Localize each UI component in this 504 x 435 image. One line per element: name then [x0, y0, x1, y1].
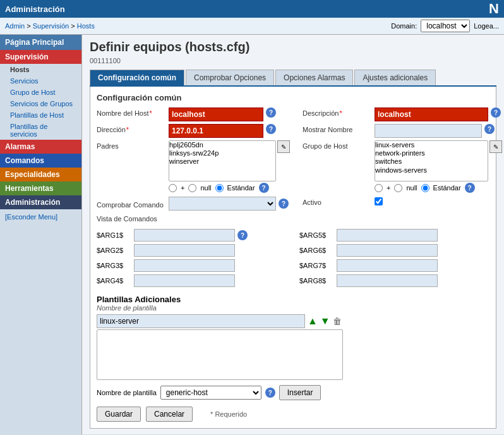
sidebar-section-administracion[interactable]: Administración [0, 195, 81, 209]
tab-comprobar-opciones[interactable]: Comprobar Opciones [186, 70, 274, 85]
insertar-button[interactable]: Insertar [279, 385, 321, 400]
show-name-input[interactable] [375, 124, 482, 138]
show-name-label: Mostrar Nombre [303, 124, 372, 133]
vista-row: Vista de Comandos [97, 213, 290, 223]
action-bar: Guardar Cancelar * Requerido [97, 407, 489, 422]
address-input[interactable] [169, 124, 263, 138]
right-column: Descripción ? Mostrar Nombre ? Grupo de … [303, 107, 502, 206]
plantillas-sublabel: Nombre de plantilla [97, 304, 489, 312]
sidebar-item-servicios[interactable]: Servicios [0, 75, 81, 87]
group-host-edit-btn[interactable]: ✎ [489, 140, 502, 153]
sidebar-section-herramientas[interactable]: Herramientas [0, 181, 81, 195]
group-radio-null[interactable] [394, 184, 402, 192]
sidebar-item-grupo-host[interactable]: Grupo de Host [0, 87, 81, 98]
guardar-button[interactable]: Guardar [97, 407, 141, 422]
padres-radio-plus[interactable] [169, 184, 177, 192]
sidebar-item-plantillas-servicios[interactable]: Plantillas de servicios [0, 121, 81, 140]
description-help[interactable]: ? [491, 107, 501, 118]
breadcrumb-hosts[interactable]: Hosts [77, 22, 95, 30]
sidebar-item-servicios-grupos[interactable]: Servicios de Grupos [0, 98, 81, 109]
tab-ajustes-adicionales[interactable]: Ajustes adicionales [354, 70, 436, 85]
arg1-row: $ARG1$ ? [97, 229, 287, 242]
app-title: Administración [5, 4, 65, 14]
address-help-icon[interactable]: ? [266, 124, 276, 134]
hostname-help-icon[interactable]: ? [266, 107, 276, 118]
record-id: 00111100 [90, 57, 496, 64]
plantillas-up-btn[interactable]: ▲ [308, 316, 318, 327]
plantillas-down-btn[interactable]: ▼ [320, 316, 330, 327]
comprobar-select[interactable] [169, 197, 276, 211]
group-radio-help[interactable]: ? [465, 183, 475, 193]
sidebar-section-comandos[interactable]: Comandos [0, 154, 81, 168]
plantillas-listbox[interactable] [97, 329, 343, 380]
show-name-row: Mostrar Nombre ? [303, 124, 502, 138]
plantillas-delete-btn[interactable]: 🗑 [333, 316, 342, 326]
breadcrumb-admin[interactable]: Admin [5, 22, 25, 30]
padres-listbox[interactable]: hplj2605dn linksys-srw224p winserver [169, 140, 276, 181]
required-note: * Requerido [210, 410, 247, 418]
sidebar-item-hosts[interactable]: Hosts [0, 64, 81, 75]
description-row: Descripción ? [303, 107, 502, 121]
group-radio-estandar[interactable] [421, 184, 429, 192]
padres-container: hplj2605dn linksys-srw224p winserver ✎ + [169, 140, 290, 193]
arg2-input[interactable] [134, 244, 235, 257]
group-host-listbox[interactable]: linux-servers network-printers switches … [375, 140, 488, 181]
cancelar-button[interactable]: Cancelar [146, 407, 193, 422]
padres-edit-btn[interactable]: ✎ [277, 140, 290, 153]
vista-label: Vista de Comandos [97, 213, 166, 223]
sidebar-section-alarmas[interactable]: Alarmas [0, 140, 81, 154]
hostname-input[interactable] [169, 107, 263, 121]
arg8-input[interactable] [337, 274, 438, 287]
breadcrumb: Admin > Supervisión > Hosts [5, 22, 95, 30]
tab-configuracion-comun[interactable]: Configuración común [90, 70, 184, 85]
padres-radio-estandar[interactable] [215, 184, 224, 192]
arg1-label: $ARG1$ [97, 231, 131, 239]
nav-bar: Admin > Supervisión > Hosts Domain: loca… [0, 18, 504, 35]
arg7-input[interactable] [337, 259, 438, 272]
arg6-input[interactable] [337, 244, 438, 257]
arg3-input[interactable] [134, 259, 235, 272]
arg5-label: $ARG5$ [299, 231, 334, 239]
main-content: Definir equipos (hosts.cfg) 00111100 Con… [82, 35, 504, 434]
group-host-container: linux-servers network-printers switches … [375, 140, 502, 193]
tab-opciones-alarmas[interactable]: Opciones Alarmas [275, 70, 353, 85]
description-label: Descripción [303, 107, 372, 117]
sidebar-main-header[interactable]: Página Principal [0, 35, 81, 50]
plantillas-help[interactable]: ? [265, 388, 275, 398]
address-row: Dirección ? [97, 124, 290, 138]
domain-select[interactable]: localhost [421, 20, 470, 32]
breadcrumb-supervision[interactable]: Supervisión [33, 22, 69, 30]
group-host-label: Grupo de Host [303, 140, 372, 150]
padres-radio-null[interactable] [188, 184, 196, 192]
comprobar-label: Comprobar Comando [97, 199, 166, 209]
app-logo: N [489, 1, 499, 17]
activo-checkbox[interactable] [375, 197, 383, 205]
description-input[interactable] [375, 107, 488, 121]
group-radio-plus[interactable] [375, 184, 383, 192]
sidebar-item-plantillas-host[interactable]: Plantillas de Host [0, 109, 81, 121]
sidebar-section-especialidades[interactable]: Especialidades [0, 168, 81, 181]
arg8-label: $ARG8$ [299, 277, 334, 285]
arg5-input[interactable] [337, 229, 438, 242]
domain-label: Domain: [391, 22, 417, 30]
arg1-help[interactable]: ? [237, 230, 248, 240]
arg4-row: $ARG4$ [97, 274, 287, 287]
tabs: Configuración común Comprobar Opciones O… [90, 70, 496, 87]
section-title: Configuración común [97, 93, 489, 102]
group-host-btn-group: ✎ [489, 140, 502, 153]
arg1-input[interactable] [134, 229, 235, 242]
plantillas-name-select[interactable]: generic-host [160, 386, 261, 400]
hide-menu[interactable]: [Esconder Menu] [0, 209, 81, 224]
arg4-input[interactable] [134, 274, 235, 287]
form-area: Configuración común Nombre del Host ? Di… [90, 87, 496, 429]
comprobar-help[interactable]: ? [279, 199, 289, 209]
comprobar-row: Comprobar Comando ? [97, 197, 290, 211]
group-host-row: Grupo de Host linux-servers network-prin… [303, 140, 502, 193]
padres-radio-help[interactable]: ? [259, 183, 269, 193]
sidebar: Página Principal Supervisión Hosts Servi… [0, 35, 82, 434]
show-name-help[interactable]: ? [484, 124, 495, 134]
plantillas-input[interactable] [97, 314, 305, 328]
page-title: Definir equipos (hosts.cfg) [90, 40, 496, 54]
arg6-row: $ARG6$ [299, 244, 489, 257]
sidebar-section-supervision[interactable]: Supervisión [0, 50, 81, 64]
